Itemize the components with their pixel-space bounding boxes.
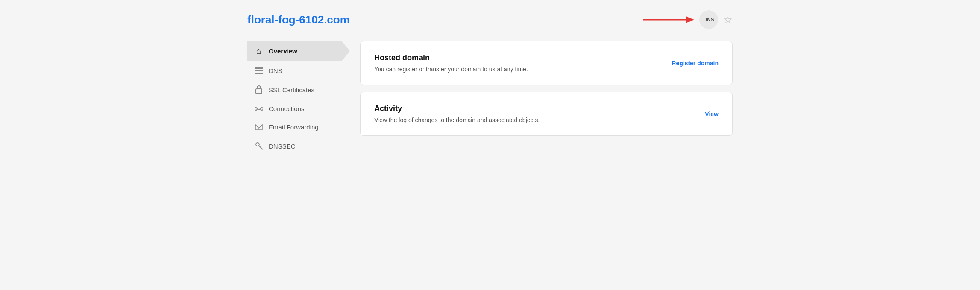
email-forwarding-icon (254, 124, 264, 131)
activity-card-body: Activity View the log of changes to the … (374, 104, 691, 123)
favorite-star-icon[interactable]: ☆ (723, 14, 733, 26)
svg-point-8 (256, 143, 259, 146)
sidebar-item-connections[interactable]: Connections (247, 100, 350, 117)
page-header: floral-fog-6102.com DNS ☆ (247, 10, 733, 29)
sidebar-label-connections: Connections (269, 105, 304, 112)
sidebar-label-overview: Overview (269, 47, 297, 55)
sidebar-label-dns: DNS (269, 67, 282, 74)
view-activity-button[interactable]: View (705, 111, 719, 117)
connections-icon (254, 105, 264, 112)
content-area: Hosted domain You can register or transf… (360, 41, 733, 136)
svg-marker-1 (686, 16, 694, 23)
dns-icon (254, 67, 264, 74)
arrow-icon (643, 14, 694, 26)
svg-rect-5 (256, 89, 262, 94)
arrow-indicator (643, 14, 694, 26)
sidebar-item-dns[interactable]: DNS (247, 62, 350, 79)
hosted-domain-card-body: Hosted domain You can register or transf… (374, 53, 658, 73)
sidebar: Overview DNS (247, 41, 350, 156)
sidebar-item-overview[interactable]: Overview (247, 41, 350, 61)
dns-badge-button[interactable]: DNS (699, 10, 718, 29)
activity-description: View the log of changes to the domain an… (374, 117, 691, 123)
svg-rect-2 (255, 67, 263, 69)
dnssec-icon (254, 142, 264, 150)
activity-card: Activity View the log of changes to the … (360, 92, 733, 136)
sidebar-item-email-forwarding[interactable]: Email Forwarding (247, 118, 350, 136)
sidebar-label-email-forwarding: Email Forwarding (269, 123, 319, 131)
register-domain-button[interactable]: Register domain (672, 60, 719, 67)
home-icon (254, 46, 264, 56)
hosted-domain-card: Hosted domain You can register or transf… (360, 41, 733, 85)
sidebar-item-ssl[interactable]: SSL Certificates (247, 80, 350, 99)
main-layout: Overview DNS (247, 41, 733, 156)
header-right: DNS ☆ (643, 10, 733, 29)
sidebar-label-dnssec: DNSSEC (269, 143, 296, 150)
svg-rect-3 (255, 70, 263, 71)
svg-rect-4 (255, 73, 263, 74)
ssl-icon (254, 85, 264, 94)
hosted-domain-description: You can register or transfer your domain… (374, 66, 658, 73)
sidebar-item-dnssec[interactable]: DNSSEC (247, 137, 350, 155)
svg-line-9 (259, 146, 263, 150)
svg-point-7 (261, 108, 263, 110)
svg-point-6 (255, 108, 257, 110)
hosted-domain-title: Hosted domain (374, 53, 658, 62)
domain-title: floral-fog-6102.com (247, 13, 350, 26)
activity-title: Activity (374, 104, 691, 113)
sidebar-label-ssl: SSL Certificates (269, 86, 314, 94)
